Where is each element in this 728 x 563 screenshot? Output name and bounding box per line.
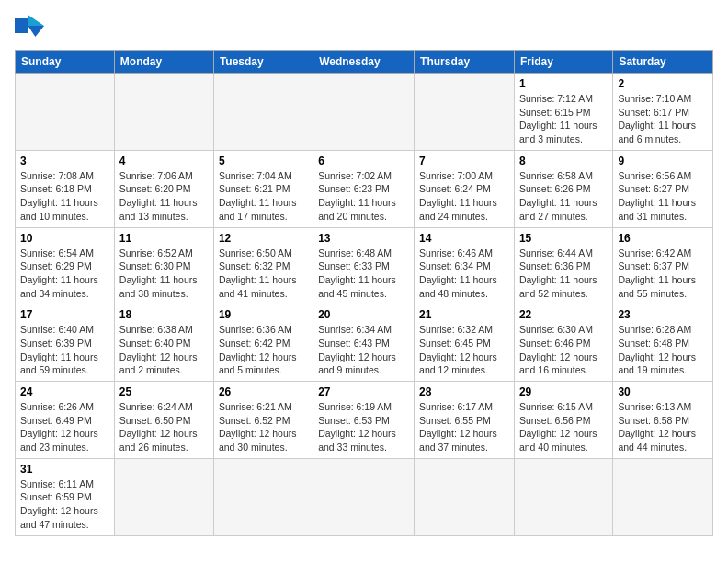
calendar-cell: 1Sunrise: 7:12 AM Sunset: 6:15 PM Daylig…	[514, 74, 612, 151]
calendar-cell: 29Sunrise: 6:15 AM Sunset: 6:56 PM Dayli…	[514, 382, 612, 459]
calendar-cell: 8Sunrise: 6:58 AM Sunset: 6:26 PM Daylig…	[514, 150, 612, 227]
day-info: Sunrise: 6:44 AM Sunset: 6:36 PM Dayligh…	[519, 247, 608, 301]
day-info: Sunrise: 6:24 AM Sunset: 6:50 PM Dayligh…	[119, 400, 209, 454]
day-number: 22	[519, 308, 608, 321]
calendar-cell: 19Sunrise: 6:36 AM Sunset: 6:42 PM Dayli…	[213, 304, 313, 382]
day-number: 17	[20, 308, 109, 321]
day-number: 9	[618, 155, 708, 167]
calendar-cell: 5Sunrise: 7:04 AM Sunset: 6:21 PM Daylig…	[213, 150, 313, 227]
calendar-cell: 21Sunrise: 6:32 AM Sunset: 6:45 PM Dayli…	[415, 304, 515, 382]
svg-rect-0	[15, 18, 28, 33]
calendar-cell	[114, 74, 213, 151]
calendar-cell: 14Sunrise: 6:46 AM Sunset: 6:34 PM Dayli…	[415, 227, 515, 304]
day-number: 10	[20, 232, 109, 245]
day-number: 18	[119, 308, 209, 321]
day-number: 30	[618, 385, 708, 398]
day-number: 1	[519, 77, 608, 90]
day-number: 12	[219, 232, 308, 245]
day-number: 14	[419, 232, 509, 245]
day-info: Sunrise: 6:21 AM Sunset: 6:52 PM Dayligh…	[219, 400, 308, 454]
day-info: Sunrise: 6:36 AM Sunset: 6:42 PM Dayligh…	[219, 323, 308, 377]
calendar-header-tuesday: Tuesday	[213, 51, 313, 74]
day-info: Sunrise: 6:15 AM Sunset: 6:56 PM Dayligh…	[519, 400, 608, 454]
day-number: 2	[618, 77, 708, 90]
calendar-cell: 28Sunrise: 6:17 AM Sunset: 6:55 PM Dayli…	[415, 382, 515, 459]
header	[15, 15, 713, 40]
day-number: 15	[519, 232, 608, 245]
calendar-header-wednesday: Wednesday	[313, 51, 415, 74]
day-info: Sunrise: 6:40 AM Sunset: 6:39 PM Dayligh…	[20, 323, 109, 377]
day-number: 4	[119, 155, 209, 167]
day-info: Sunrise: 7:08 AM Sunset: 6:18 PM Dayligh…	[20, 169, 109, 224]
calendar-cell: 15Sunrise: 6:44 AM Sunset: 6:36 PM Dayli…	[514, 227, 612, 304]
calendar-cell: 20Sunrise: 6:34 AM Sunset: 6:43 PM Dayli…	[313, 304, 415, 382]
day-info: Sunrise: 6:28 AM Sunset: 6:48 PM Dayligh…	[618, 323, 708, 377]
calendar-cell	[213, 458, 313, 535]
logo-icon	[15, 15, 44, 40]
calendar-cell: 6Sunrise: 7:02 AM Sunset: 6:23 PM Daylig…	[313, 150, 415, 227]
calendar-cell	[213, 74, 313, 151]
day-number: 28	[419, 385, 509, 398]
calendar-week-3: 10Sunrise: 6:54 AM Sunset: 6:29 PM Dayli…	[16, 227, 713, 304]
day-info: Sunrise: 7:06 AM Sunset: 6:20 PM Dayligh…	[119, 169, 209, 224]
calendar-cell	[415, 458, 515, 535]
calendar-week-4: 17Sunrise: 6:40 AM Sunset: 6:39 PM Dayli…	[16, 304, 713, 382]
calendar-cell: 12Sunrise: 6:50 AM Sunset: 6:32 PM Dayli…	[213, 227, 313, 304]
day-info: Sunrise: 6:26 AM Sunset: 6:49 PM Dayligh…	[20, 400, 109, 454]
day-info: Sunrise: 6:34 AM Sunset: 6:43 PM Dayligh…	[318, 323, 409, 377]
calendar-header-monday: Monday	[114, 51, 213, 74]
day-info: Sunrise: 6:17 AM Sunset: 6:55 PM Dayligh…	[419, 400, 509, 454]
calendar-header-friday: Friday	[514, 51, 612, 74]
calendar-cell: 7Sunrise: 7:00 AM Sunset: 6:24 PM Daylig…	[415, 150, 515, 227]
calendar-cell: 27Sunrise: 6:19 AM Sunset: 6:53 PM Dayli…	[313, 382, 415, 459]
calendar-header-thursday: Thursday	[415, 51, 515, 74]
calendar-cell: 4Sunrise: 7:06 AM Sunset: 6:20 PM Daylig…	[114, 150, 213, 227]
day-number: 27	[318, 385, 409, 398]
calendar-cell: 22Sunrise: 6:30 AM Sunset: 6:46 PM Dayli…	[514, 304, 612, 382]
calendar-header-saturday: Saturday	[613, 51, 713, 74]
day-number: 13	[318, 232, 409, 245]
day-number: 16	[618, 232, 708, 245]
day-info: Sunrise: 7:10 AM Sunset: 6:17 PM Dayligh…	[618, 92, 708, 146]
calendar-week-2: 3Sunrise: 7:08 AM Sunset: 6:18 PM Daylig…	[16, 150, 713, 227]
day-number: 23	[618, 308, 708, 321]
calendar-cell	[114, 458, 213, 535]
day-info: Sunrise: 6:32 AM Sunset: 6:45 PM Dayligh…	[419, 323, 509, 377]
day-number: 25	[119, 385, 209, 398]
calendar-cell	[514, 458, 612, 535]
svg-marker-1	[28, 15, 44, 26]
calendar-cell	[613, 458, 713, 535]
calendar-cell: 26Sunrise: 6:21 AM Sunset: 6:52 PM Dayli…	[213, 382, 313, 459]
day-info: Sunrise: 7:12 AM Sunset: 6:15 PM Dayligh…	[519, 92, 608, 146]
calendar-header-sunday: Sunday	[16, 51, 115, 74]
day-number: 11	[119, 232, 209, 245]
day-info: Sunrise: 7:02 AM Sunset: 6:23 PM Dayligh…	[318, 169, 409, 224]
day-info: Sunrise: 6:48 AM Sunset: 6:33 PM Dayligh…	[318, 247, 409, 301]
calendar-cell: 3Sunrise: 7:08 AM Sunset: 6:18 PM Daylig…	[16, 150, 115, 227]
calendar-week-5: 24Sunrise: 6:26 AM Sunset: 6:49 PM Dayli…	[16, 382, 713, 459]
calendar-cell: 24Sunrise: 6:26 AM Sunset: 6:49 PM Dayli…	[16, 382, 115, 459]
day-number: 26	[219, 385, 308, 398]
day-number: 3	[20, 155, 109, 167]
calendar-cell: 17Sunrise: 6:40 AM Sunset: 6:39 PM Dayli…	[16, 304, 115, 382]
day-number: 7	[419, 155, 509, 167]
calendar-cell: 30Sunrise: 6:13 AM Sunset: 6:58 PM Dayli…	[613, 382, 713, 459]
day-info: Sunrise: 6:19 AM Sunset: 6:53 PM Dayligh…	[318, 400, 409, 454]
day-info: Sunrise: 7:00 AM Sunset: 6:24 PM Dayligh…	[419, 169, 509, 224]
calendar-cell: 18Sunrise: 6:38 AM Sunset: 6:40 PM Dayli…	[114, 304, 213, 382]
calendar-cell: 16Sunrise: 6:42 AM Sunset: 6:37 PM Dayli…	[613, 227, 713, 304]
day-info: Sunrise: 6:38 AM Sunset: 6:40 PM Dayligh…	[119, 323, 209, 377]
calendar-cell	[313, 74, 415, 151]
svg-marker-2	[28, 26, 44, 37]
calendar-cell: 2Sunrise: 7:10 AM Sunset: 6:17 PM Daylig…	[613, 74, 713, 151]
day-number: 24	[20, 385, 109, 398]
calendar-cell	[16, 74, 115, 151]
day-number: 5	[219, 155, 308, 167]
calendar-table: SundayMondayTuesdayWednesdayThursdayFrid…	[15, 50, 713, 536]
calendar-cell: 11Sunrise: 6:52 AM Sunset: 6:30 PM Dayli…	[114, 227, 213, 304]
calendar-cell: 25Sunrise: 6:24 AM Sunset: 6:50 PM Dayli…	[114, 382, 213, 459]
day-number: 19	[219, 308, 308, 321]
calendar-cell: 10Sunrise: 6:54 AM Sunset: 6:29 PM Dayli…	[16, 227, 115, 304]
day-info: Sunrise: 6:54 AM Sunset: 6:29 PM Dayligh…	[20, 247, 109, 301]
day-info: Sunrise: 6:30 AM Sunset: 6:46 PM Dayligh…	[519, 323, 608, 377]
